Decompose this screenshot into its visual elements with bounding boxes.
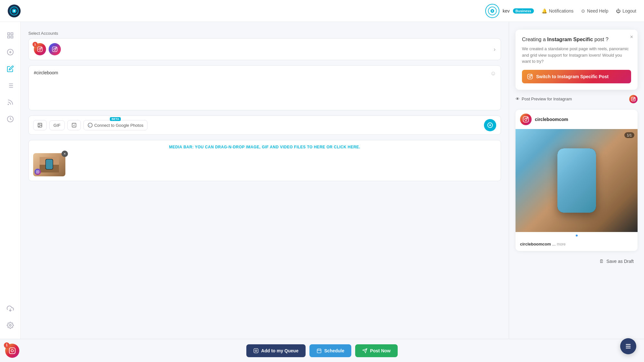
preview-username: circleboomcom xyxy=(535,117,568,122)
app-logo xyxy=(8,5,21,17)
media-image xyxy=(33,153,65,176)
save-draft-button[interactable]: 🗓 Save as Draft xyxy=(595,256,638,266)
svg-point-22 xyxy=(9,324,11,326)
svg-point-51 xyxy=(527,117,528,118)
preview-image-inner xyxy=(516,129,638,232)
svg-point-42 xyxy=(37,171,38,172)
drop-hint-text: MEDIA BAR: YOU CAN DRAG-N-DROP IMAGE, GI… xyxy=(169,145,334,149)
tooltip-title-highlight: Instagram Specific xyxy=(547,37,593,42)
help-label: Need Help xyxy=(587,8,608,14)
svg-point-19 xyxy=(8,104,8,105)
post-now-label: Post Now xyxy=(370,348,391,353)
sidebar-item-history[interactable] xyxy=(3,112,17,126)
notifications-label: Notifications xyxy=(549,8,573,14)
sidebar-item-billing[interactable] xyxy=(3,45,17,59)
preview-phone-mockup xyxy=(557,148,596,213)
user-name: kev xyxy=(503,8,510,14)
sidebar-item-rss[interactable] xyxy=(3,95,17,109)
switch-btn-label: Switch to Instagram Specific Post xyxy=(536,74,609,79)
svg-point-44 xyxy=(529,76,531,78)
image-upload-button[interactable] xyxy=(33,120,47,130)
post-text-input[interactable]: #circleboom xyxy=(34,70,496,102)
user-avatar xyxy=(485,4,499,18)
bell-icon: 🔔 xyxy=(542,8,547,14)
click-here-link[interactable]: CLICK HERE xyxy=(334,145,359,149)
svg-rect-41 xyxy=(36,171,39,173)
svg-point-2 xyxy=(13,10,15,12)
post-preview-header: 👁 Post Preview for Instagram xyxy=(516,95,638,103)
emoji-button[interactable]: ☺ xyxy=(490,70,496,77)
switch-to-instagram-button[interactable]: Switch to Instagram Specific Post xyxy=(522,70,631,83)
post-now-button[interactable]: Post Now xyxy=(355,344,398,357)
preview-dots xyxy=(516,232,638,239)
accounts-chevron-icon: › xyxy=(494,46,496,53)
svg-point-45 xyxy=(531,75,532,76)
preview-phone-screen xyxy=(557,148,596,213)
logout-link[interactable]: ⏻ Logout xyxy=(616,8,636,14)
svg-point-47 xyxy=(633,98,634,100)
nav-right: kev Business 🔔 Notifications ⊙ Need Help… xyxy=(485,4,636,18)
google-photos-button[interactable]: BETA G Connect to Google Photos xyxy=(83,120,148,130)
save-draft-area: 🗓 Save as Draft xyxy=(516,256,638,266)
fab-menu-button[interactable] xyxy=(620,338,636,354)
sidebar-item-dashboard[interactable] xyxy=(3,28,17,42)
preview-more-label: more xyxy=(557,242,565,246)
svg-point-53 xyxy=(11,349,13,352)
bottom-bar: 1 Add to my Queue Schedule Post Now xyxy=(0,339,644,362)
gif-button[interactable]: GIF xyxy=(49,120,65,130)
drop-hint-suffix: . xyxy=(359,145,360,149)
media-preview-item: × xyxy=(33,153,65,176)
accounts-box[interactable]: 1 › xyxy=(28,38,501,60)
svg-point-48 xyxy=(634,98,635,98)
media-remove-button[interactable]: × xyxy=(62,151,68,157)
save-draft-icon: 🗓 xyxy=(599,259,604,264)
svg-rect-9 xyxy=(11,36,13,38)
notifications-link[interactable]: 🔔 Notifications xyxy=(542,8,573,14)
tooltip-title: Creating a Instagram Specific post ? xyxy=(522,36,631,43)
svg-rect-40 xyxy=(46,159,53,169)
save-draft-label: Save as Draft xyxy=(606,259,634,264)
tooltip-close-button[interactable]: × xyxy=(630,34,633,40)
beta-badge: BETA xyxy=(110,117,121,121)
preview-image: 1/1 xyxy=(516,129,638,232)
preview-avatar xyxy=(520,114,532,125)
top-nav: kev Business 🔔 Notifications ⊙ Need Help… xyxy=(0,0,644,22)
stock-button[interactable] xyxy=(67,120,81,130)
main-layout: Select Accounts 1 › #cir xyxy=(0,22,644,339)
toolbar-action-button[interactable] xyxy=(484,119,496,131)
account-1-badge: 1 xyxy=(33,42,38,47)
sidebar-item-settings[interactable] xyxy=(3,318,17,332)
sidebar-item-queue[interactable] xyxy=(3,79,17,93)
svg-point-27 xyxy=(54,48,56,50)
svg-rect-54 xyxy=(254,348,258,353)
add-queue-label: Add to my Queue xyxy=(261,348,298,353)
svg-rect-7 xyxy=(11,33,13,35)
svg-point-30 xyxy=(39,124,40,125)
eye-icon: 👁 xyxy=(516,97,520,101)
left-panel: Select Accounts 1 › #cir xyxy=(21,22,509,339)
gif-label: GIF xyxy=(53,123,61,128)
add-to-queue-button[interactable]: Add to my Queue xyxy=(246,344,306,357)
sidebar-item-compose[interactable] xyxy=(3,62,17,76)
preview-card-header: circleboomcom xyxy=(516,110,638,129)
preview-caption: circleboomcom ... more xyxy=(516,239,638,251)
schedule-label: Schedule xyxy=(324,348,344,353)
svg-text:G: G xyxy=(89,125,90,126)
media-drop-area: MEDIA BAR: YOU CAN DRAG-N-DROP IMAGE, GI… xyxy=(28,140,501,181)
post-preview-text: Post Preview for Instagram xyxy=(522,97,572,101)
account-avatar-2 xyxy=(49,43,61,55)
preview-card: circleboomcom 1/1 circleboomcom ... xyxy=(516,110,638,251)
svg-rect-56 xyxy=(317,349,321,353)
preview-dot-1 xyxy=(576,235,578,237)
help-link[interactable]: ⊙ Need Help xyxy=(581,8,608,14)
sidebar-item-import[interactable] xyxy=(3,302,17,316)
sidebar xyxy=(0,22,21,339)
schedule-button[interactable]: Schedule xyxy=(309,344,351,357)
post-text-box: #circleboom ☺ xyxy=(28,65,501,110)
svg-point-5 xyxy=(492,10,493,11)
instagram-tooltip: × Creating a Instagram Specific post ? W… xyxy=(516,30,638,90)
bottom-bar-left: 1 xyxy=(5,344,19,358)
accounts-icons: 1 xyxy=(34,43,61,55)
bottom-avatar: 1 xyxy=(5,344,19,358)
bottom-avatar-badge: 1 xyxy=(4,342,10,348)
